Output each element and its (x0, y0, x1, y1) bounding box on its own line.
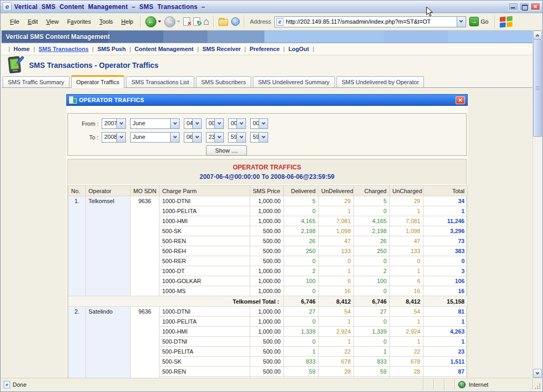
toolbar-home-button[interactable] (203, 15, 209, 28)
tab-sms-transactions-list[interactable]: SMS Transactions List (126, 76, 194, 87)
tab-bar: SMS Traffic SummaryOperator TrafficsSMS … (2, 75, 532, 88)
to-select-1[interactable]: June (130, 132, 180, 143)
scrollbar-thumb[interactable] (533, 39, 542, 137)
charge-parm-cell: 1000-DTNI (160, 307, 250, 317)
nav-item-preference[interactable]: Preference (250, 46, 280, 52)
charged-cell: 833 (354, 357, 390, 367)
select-dropdown-button[interactable] (214, 119, 223, 128)
charged-cell: 2,198 (354, 226, 390, 236)
uncharged-cell: 1,098 (390, 226, 423, 236)
charge-parm-cell: 1000-HMI (160, 216, 250, 226)
app-banner-title: Vertical SMS Content Management (2, 33, 110, 41)
select-dropdown-button[interactable] (236, 133, 245, 142)
to-select-4[interactable]: 59 (228, 132, 246, 143)
charged-cell: 1,339 (354, 327, 390, 337)
charged-cell: 100 (354, 276, 390, 286)
column-header-mo-sdn: MO SDN (131, 186, 160, 196)
delivered-cell: 1,339 (284, 327, 319, 337)
from-select-4[interactable]: 00 (228, 118, 246, 129)
select-dropdown-button[interactable] (192, 133, 201, 142)
nav-item-logout[interactable]: LogOut (289, 46, 309, 52)
panel-close-button[interactable] (456, 96, 465, 104)
scroll-up-button[interactable] (533, 31, 542, 39)
nav-item-content-management[interactable]: Content Management (135, 46, 194, 52)
chevron-down-icon[interactable] (177, 21, 180, 23)
resize-grip[interactable] (533, 379, 541, 390)
select-value: 59 (229, 133, 236, 142)
menu-item-help[interactable]: Help (117, 16, 137, 27)
nav-item-sms-push[interactable]: SMS Push (97, 46, 126, 52)
nav-item-sms-receiver[interactable]: SMS Receiver (202, 46, 241, 52)
scroll-down-button[interactable] (533, 369, 542, 378)
from-select-1[interactable]: June (130, 118, 180, 129)
tab-sms-undelivered-summary[interactable]: SMS Undelivered Summary (253, 76, 335, 87)
select-dropdown-button[interactable] (259, 119, 268, 128)
sms-price-cell: 1,000.00 (250, 327, 284, 337)
delivered-cell: 0 (284, 337, 319, 347)
nav-item-home[interactable]: Home (14, 46, 30, 52)
to-select-0[interactable]: 2008 (102, 132, 126, 143)
select-dropdown-button[interactable] (170, 133, 179, 142)
from-select-5[interactable]: 00 (250, 118, 268, 129)
uncharged-cell: 16 (390, 286, 423, 296)
charge-parm-cell: 500-RER (160, 256, 250, 266)
delivered-cell: 100 (284, 276, 319, 286)
address-input[interactable] (285, 18, 457, 25)
menu-item-edit[interactable]: Edit (24, 16, 42, 27)
ie-logo-icon (3, 2, 12, 11)
sms-price-cell: 1,000.00 (250, 196, 284, 206)
charged-cell: 2 (354, 266, 390, 276)
from-select-3[interactable]: 00 (206, 118, 224, 129)
go-label: Go (481, 18, 489, 25)
select-dropdown-button[interactable] (116, 119, 125, 128)
charge-parm-cell: 500-REN (160, 236, 250, 246)
go-button[interactable]: Go (469, 17, 489, 26)
menu-item-file[interactable]: File (6, 16, 24, 27)
total-cell: 106 (423, 276, 468, 286)
sms-price-cell: 500.00 (250, 337, 284, 347)
to-select-3[interactable]: 23 (206, 132, 224, 143)
tab-sms-traffic-summary[interactable]: SMS Traffic Summary (3, 76, 70, 87)
column-header-no: No. (68, 186, 86, 196)
select-dropdown-button[interactable] (192, 119, 201, 128)
tab-sms-subscribers[interactable]: SMS Subscribers (196, 76, 251, 87)
toolbar-folder-button[interactable] (219, 15, 228, 28)
to-select-2[interactable]: 06 (184, 132, 202, 143)
menu-item-view[interactable]: View (42, 16, 63, 27)
nav-item-sms-transactions[interactable]: SMS Transactions (38, 46, 88, 52)
from-select-2[interactable]: 04 (184, 118, 202, 129)
toolbar-refresh-button[interactable] (193, 15, 200, 28)
tab-operator-traffics[interactable]: Operator Traffics (71, 75, 125, 88)
minimize-button[interactable] (508, 3, 518, 11)
select-dropdown-button[interactable] (170, 119, 179, 128)
close-button[interactable] (530, 3, 540, 11)
menu-item-favorites[interactable]: Favorites (63, 16, 95, 27)
toolbar-stop-button[interactable] (183, 15, 190, 28)
uncharged-cell: 29 (390, 196, 423, 206)
to-select-5[interactable]: 59 (250, 132, 268, 143)
select-dropdown-button[interactable] (116, 133, 125, 142)
vertical-scrollbar[interactable] (532, 31, 541, 378)
delivered-cell: 26 (284, 236, 319, 246)
chevron-down-icon[interactable] (158, 21, 161, 23)
select-dropdown-button[interactable] (259, 133, 268, 142)
select-dropdown-button[interactable] (236, 119, 245, 128)
column-header-sms-price: SMS Price (250, 186, 284, 196)
internet-globe-icon (458, 381, 466, 388)
menu-item-tools[interactable]: Tools (95, 16, 117, 27)
row-number-cell: 1. (68, 196, 86, 296)
select-dropdown-button[interactable] (214, 133, 223, 142)
toolbar-history-button[interactable] (231, 15, 240, 28)
total-cell: 87 (423, 367, 468, 377)
toolbar-back-button[interactable] (145, 15, 161, 28)
show-button[interactable]: Show .... (206, 145, 247, 156)
address-label: Address (250, 18, 271, 25)
from-select-0[interactable]: 2007 (102, 118, 126, 129)
maximize-button[interactable] (519, 3, 529, 11)
tab-sms-undelivered-by-operator[interactable]: SMS Undelivered by Operator (337, 76, 424, 87)
toolbar-forward-button[interactable] (164, 15, 180, 28)
mo-sdn-cell: 9636 (131, 307, 160, 378)
charge-parm-cell: 1000-GOLKAR (160, 276, 250, 286)
charged-cell: 4,165 (354, 216, 390, 226)
address-dropdown-button[interactable] (457, 17, 466, 27)
